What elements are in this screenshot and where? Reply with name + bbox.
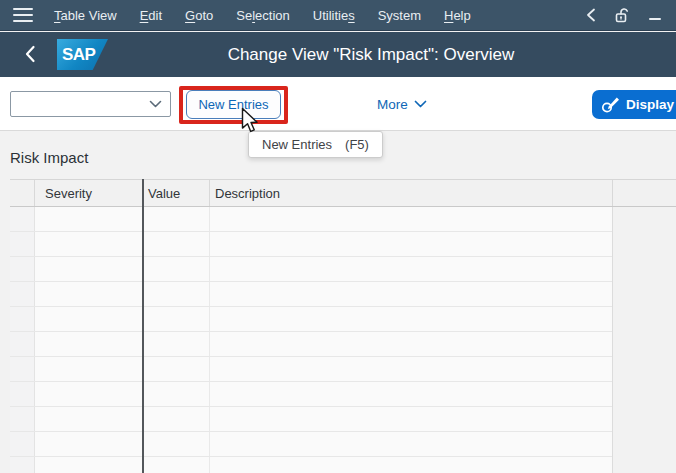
content-area: Risk Impact Severity Value Description xyxy=(0,131,676,473)
risk-impact-table: Severity Value Description xyxy=(10,179,676,473)
value-cell[interactable] xyxy=(143,332,210,356)
display-glasses-pen-icon xyxy=(601,96,620,114)
value-cell[interactable] xyxy=(143,407,210,431)
menu-item-edit[interactable]: Edit xyxy=(140,8,162,23)
severity-cell[interactable] xyxy=(35,457,143,473)
row-selector-cell[interactable] xyxy=(10,407,35,431)
unlock-icon[interactable] xyxy=(613,6,631,24)
value-cell[interactable] xyxy=(143,257,210,281)
application-toolbar: New Entries More Display xyxy=(0,77,676,131)
table-row xyxy=(10,282,612,307)
severity-cell[interactable] xyxy=(35,332,143,356)
chevron-down-icon xyxy=(414,100,427,108)
display-button[interactable]: Display xyxy=(592,90,676,119)
column-divider-line xyxy=(142,179,144,473)
display-label: Display xyxy=(626,97,674,112)
severity-cell[interactable] xyxy=(35,232,143,256)
value-cell[interactable] xyxy=(143,382,210,406)
row-selector-cell[interactable] xyxy=(10,332,35,356)
title-bar: SAP Change View "Risk Impact": Overview xyxy=(0,32,676,77)
chevron-down-icon xyxy=(149,100,162,108)
description-cell[interactable] xyxy=(210,457,612,473)
description-cell[interactable] xyxy=(210,257,612,281)
table-body xyxy=(10,207,613,473)
severity-cell[interactable] xyxy=(35,382,143,406)
row-selector-cell[interactable] xyxy=(10,382,35,406)
menu-item-goto[interactable]: Goto xyxy=(185,8,213,23)
chevron-left-icon[interactable] xyxy=(586,8,596,22)
table-row xyxy=(10,207,612,232)
table-row xyxy=(10,382,612,407)
row-selector-cell[interactable] xyxy=(10,232,35,256)
back-icon[interactable] xyxy=(24,45,36,63)
severity-cell[interactable] xyxy=(35,207,143,231)
description-cell[interactable] xyxy=(210,282,612,306)
description-cell[interactable] xyxy=(210,332,612,356)
tooltip-label: New Entries xyxy=(262,137,332,152)
description-cell[interactable] xyxy=(210,307,612,331)
more-label: More xyxy=(377,97,408,112)
menu-item-help[interactable]: Help xyxy=(444,8,471,23)
column-header-description[interactable]: Description xyxy=(210,180,613,206)
table-row xyxy=(10,257,612,282)
row-selector-cell[interactable] xyxy=(10,457,35,473)
menu-item-utilities[interactable]: Utilities xyxy=(313,8,355,23)
severity-cell[interactable] xyxy=(35,432,143,456)
row-selector-cell[interactable] xyxy=(10,257,35,281)
description-cell[interactable] xyxy=(210,432,612,456)
more-button[interactable]: More xyxy=(377,77,427,131)
menu-items: Table View Edit Goto Selection Utilities… xyxy=(54,8,471,23)
description-cell[interactable] xyxy=(210,382,612,406)
menu-item-system[interactable]: System xyxy=(378,8,421,23)
value-cell[interactable] xyxy=(143,357,210,381)
column-header-selector[interactable] xyxy=(10,180,35,206)
row-selector-cell[interactable] xyxy=(10,357,35,381)
table-header-row: Severity Value Description xyxy=(10,179,676,207)
description-cell[interactable] xyxy=(210,407,612,431)
table-row xyxy=(10,357,612,382)
table-row xyxy=(10,332,612,357)
row-selector-cell[interactable] xyxy=(10,307,35,331)
command-combobox[interactable] xyxy=(10,91,171,117)
table-row xyxy=(10,432,612,457)
column-header-severity[interactable]: Severity xyxy=(35,180,143,206)
hamburger-icon[interactable] xyxy=(13,8,33,22)
value-cell[interactable] xyxy=(143,457,210,473)
severity-cell[interactable] xyxy=(35,307,143,331)
column-header-value[interactable]: Value xyxy=(143,180,210,206)
page-title: Change View "Risk Impact": Overview xyxy=(66,32,676,77)
table-row xyxy=(10,232,612,257)
severity-cell[interactable] xyxy=(35,407,143,431)
value-cell[interactable] xyxy=(143,232,210,256)
tooltip-shortcut: (F5) xyxy=(345,137,369,152)
column-header-filler xyxy=(613,180,676,206)
menu-item-table-view[interactable]: Table View xyxy=(54,8,117,23)
value-cell[interactable] xyxy=(143,282,210,306)
row-selector-cell[interactable] xyxy=(10,282,35,306)
table-row xyxy=(10,407,612,432)
menu-item-selection[interactable]: Selection xyxy=(236,8,290,23)
value-cell[interactable] xyxy=(143,207,210,231)
row-selector-cell[interactable] xyxy=(10,207,35,231)
menubar-right-icons xyxy=(586,6,662,24)
value-cell[interactable] xyxy=(143,307,210,331)
table-row xyxy=(10,457,612,473)
menu-bar: Table View Edit Goto Selection Utilities… xyxy=(0,0,676,31)
section-title: Risk Impact xyxy=(10,149,88,166)
row-selector-cell[interactable] xyxy=(10,432,35,456)
minimize-icon[interactable] xyxy=(648,8,662,22)
description-cell[interactable] xyxy=(210,357,612,381)
new-entries-button[interactable]: New Entries xyxy=(186,90,281,119)
value-cell[interactable] xyxy=(143,432,210,456)
severity-cell[interactable] xyxy=(35,257,143,281)
new-entries-tooltip: New Entries (F5) xyxy=(248,131,383,158)
description-cell[interactable] xyxy=(210,207,612,231)
table-row xyxy=(10,307,612,332)
severity-cell[interactable] xyxy=(35,282,143,306)
description-cell[interactable] xyxy=(210,232,612,256)
severity-cell[interactable] xyxy=(35,357,143,381)
